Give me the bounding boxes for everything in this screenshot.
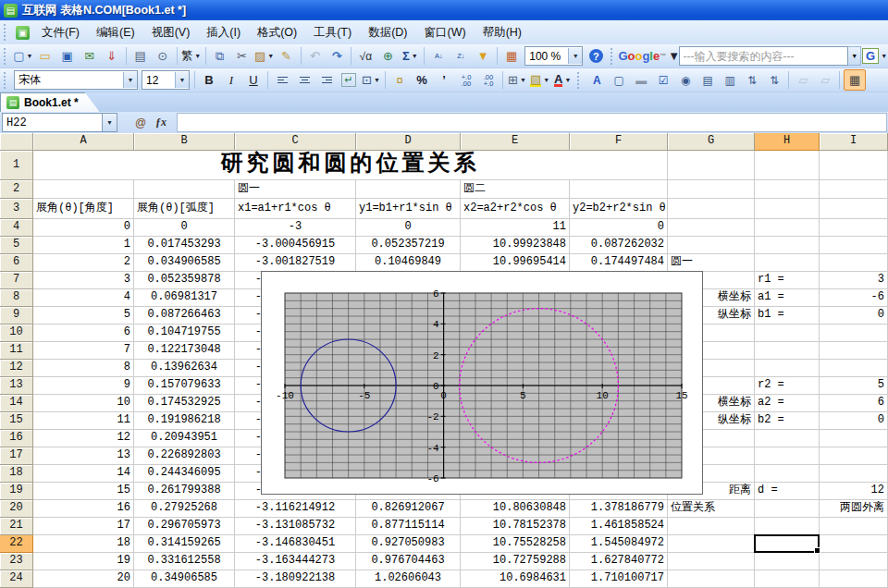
row-header-17[interactable]: 17 xyxy=(0,447,33,465)
properties-button[interactable]: ▱ xyxy=(793,70,813,90)
chart-button[interactable]: ▦ xyxy=(501,46,522,66)
cell-I4[interactable] xyxy=(820,219,888,237)
cell-C20[interactable]: -3.116214912 xyxy=(235,500,356,518)
groupbox-control-button[interactable]: ▢ xyxy=(609,70,629,90)
undo-button[interactable]: ↶ xyxy=(304,46,325,66)
cell-H4[interactable] xyxy=(755,219,820,237)
cell-H20[interactable] xyxy=(755,500,820,518)
row-header-20[interactable]: 20 xyxy=(0,500,33,518)
cell-B19[interactable]: 0.261799388 xyxy=(134,483,235,500)
cell-I15[interactable]: 0 xyxy=(820,412,888,430)
new-document-button[interactable]: ▢▼ xyxy=(13,46,33,66)
cell-B20[interactable]: 0.27925268 xyxy=(134,500,235,518)
cell-G21[interactable] xyxy=(668,518,755,535)
cell-F21[interactable]: 1.461858524 xyxy=(570,518,668,535)
cell-A9[interactable]: 5 xyxy=(33,307,134,325)
cell-I3[interactable] xyxy=(820,199,888,219)
menu-help[interactable]: 帮助(H) xyxy=(475,22,530,43)
sheet-title-cell[interactable]: 研究圆和圆的位置关系 xyxy=(33,151,668,180)
column-header-D[interactable]: D xyxy=(356,133,461,151)
export-pdf-button[interactable]: ⇓ xyxy=(102,46,122,66)
cell-D3[interactable]: y1=b1+r1*sin θ xyxy=(356,199,461,219)
formula-input[interactable] xyxy=(177,113,887,132)
cell-G4[interactable] xyxy=(668,219,755,237)
cell-D21[interactable]: 0.877115114 xyxy=(356,518,461,535)
cell-H14[interactable]: a2 = xyxy=(755,395,820,412)
cell-H8[interactable]: a1 = xyxy=(755,289,820,307)
cell-H12[interactable] xyxy=(755,360,820,377)
cell-D20[interactable]: 0.826912067 xyxy=(356,500,461,518)
cell-F2[interactable] xyxy=(570,180,668,199)
menu-window[interactable]: 窗口(W) xyxy=(416,22,475,43)
cell-G22[interactable] xyxy=(668,535,755,553)
cell-G6[interactable]: 圆一 xyxy=(668,254,755,272)
column-header-I[interactable]: I xyxy=(820,133,888,151)
paste-button[interactable]: ▨▼ xyxy=(254,46,275,66)
row-header-21[interactable]: 21 xyxy=(0,518,33,535)
google-g-button[interactable]: G▼ xyxy=(862,46,887,66)
cell-B5[interactable]: 0.017453293 xyxy=(134,237,235,254)
cell-B7[interactable]: 0.052359878 xyxy=(134,272,235,289)
cell-D24[interactable]: 1.02606043 xyxy=(356,570,461,588)
cell-G5[interactable] xyxy=(668,237,755,254)
italic-button[interactable]: I xyxy=(221,70,241,90)
view-code-button[interactable]: ▱ xyxy=(815,70,835,90)
cell-E21[interactable]: 10.78152378 xyxy=(461,518,570,535)
cell-C3[interactable]: x1=a1+r1*cos θ xyxy=(235,199,356,219)
bold-button[interactable]: B xyxy=(199,70,219,90)
option-control-button[interactable]: ◉ xyxy=(675,70,696,90)
cell-B17[interactable]: 0.226892803 xyxy=(134,447,235,465)
cell-I5[interactable] xyxy=(820,237,888,254)
merge-center-button[interactable]: ⊡▼ xyxy=(361,70,381,90)
cell-I18[interactable] xyxy=(820,465,888,483)
cell-A4[interactable]: 0 xyxy=(33,219,134,237)
row-header-23[interactable]: 23 xyxy=(0,553,33,570)
cell-I22[interactable] xyxy=(820,535,888,553)
filter-button[interactable]: ▼ xyxy=(473,46,493,66)
cell-H11[interactable] xyxy=(755,342,820,360)
copy-button[interactable]: ⧉ xyxy=(210,46,230,66)
cell-B14[interactable]: 0.174532925 xyxy=(134,395,235,412)
mail-button[interactable]: ✉ xyxy=(80,46,100,66)
cell-A8[interactable]: 4 xyxy=(33,289,134,307)
cell-I7[interactable]: 3 xyxy=(820,272,888,289)
cell-B24[interactable]: 0.34906585 xyxy=(134,570,235,588)
wrap-text-button[interactable]: ↵ xyxy=(339,70,359,90)
toolbar-grip[interactable] xyxy=(577,72,582,89)
cell-A17[interactable]: 13 xyxy=(33,447,134,465)
cell-F20[interactable]: 1.378186779 xyxy=(570,500,668,518)
cell-I9[interactable]: 0 xyxy=(820,307,888,325)
cell-H6[interactable] xyxy=(755,254,820,272)
menu-data[interactable]: 数据(D) xyxy=(360,22,415,43)
currency-button[interactable]: ¤ xyxy=(389,70,410,90)
select-all-corner[interactable] xyxy=(0,133,33,151)
cell-F4[interactable]: 0 xyxy=(570,219,668,237)
listbox-control-button[interactable]: ▤ xyxy=(697,70,718,90)
cell-H3[interactable] xyxy=(755,199,820,219)
cell-B22[interactable]: 0.314159265 xyxy=(134,535,235,553)
menu-tools[interactable]: 工具(T) xyxy=(305,22,360,43)
cell-A15[interactable]: 11 xyxy=(33,412,134,430)
cell-I19[interactable]: 12 xyxy=(820,483,888,500)
row-header-12[interactable]: 12 xyxy=(0,360,33,377)
cell-I12[interactable] xyxy=(820,360,888,377)
cell-A7[interactable]: 3 xyxy=(33,272,134,289)
cell-B6[interactable]: 0.034906585 xyxy=(134,254,235,272)
align-right-button[interactable] xyxy=(316,70,337,90)
cell-B3[interactable]: 展角(θ)[弧度] xyxy=(134,199,235,219)
column-header-A[interactable]: A xyxy=(33,133,134,151)
cell-H2[interactable] xyxy=(755,180,820,199)
column-header-G[interactable]: G xyxy=(668,133,755,151)
font-color-button[interactable]: A▼ xyxy=(552,70,573,90)
cell-F23[interactable]: 1.627840772 xyxy=(570,553,668,570)
autosum-button[interactable]: Σ▼ xyxy=(400,46,420,66)
cell-A5[interactable]: 1 xyxy=(33,237,134,254)
google-logo-button[interactable]: Google™▼ xyxy=(620,46,678,66)
cell-F24[interactable]: 1.710100717 xyxy=(570,570,668,588)
redo-button[interactable]: ↷ xyxy=(327,46,347,66)
cell-E4[interactable]: 11 xyxy=(461,219,570,237)
embedded-chart[interactable]: -10-5051015-6-4-20246 xyxy=(261,271,703,495)
row-header-11[interactable]: 11 xyxy=(0,342,33,360)
cell-H18[interactable] xyxy=(755,465,820,483)
row-header-22[interactable]: 22 xyxy=(0,535,33,553)
